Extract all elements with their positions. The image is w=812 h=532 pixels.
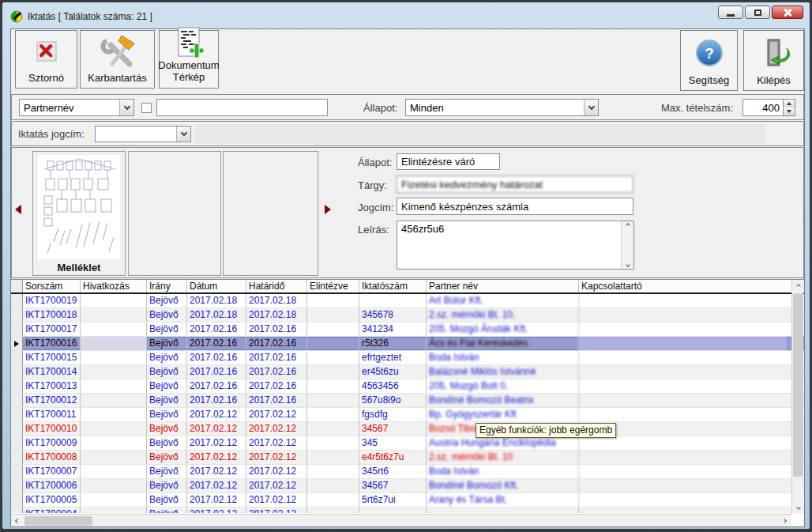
cell-partner[interactable]: 2.sz. mérnöki Bt. 10. bbox=[427, 308, 579, 322]
cell-irany[interactable]: Bejövő bbox=[147, 365, 187, 379]
cell-datum[interactable]: 2017.02.12 bbox=[187, 436, 246, 450]
row-selector[interactable] bbox=[11, 365, 23, 379]
row-selector[interactable] bbox=[11, 479, 23, 492]
table-row[interactable]: IKT1700012Bejövő2017.02.162017.02.16567u… bbox=[11, 394, 804, 408]
cell-iktatoszam[interactable]: r5t326 bbox=[359, 337, 427, 350]
table-row[interactable]: IKT1700019Bejövő2017.02.182017.02.18Art … bbox=[11, 294, 804, 308]
cell-partner[interactable]: Ács és Fiai Kereskedés bbox=[427, 337, 579, 350]
cell-hivatkozas[interactable] bbox=[81, 379, 147, 393]
cell-hivatkozas[interactable] bbox=[81, 436, 147, 450]
cell-irany[interactable]: Bejövő bbox=[147, 408, 187, 421]
cell-hatarido[interactable]: 2017.02.12 bbox=[246, 408, 307, 421]
filter-checkbox[interactable] bbox=[141, 103, 152, 113]
cell-hivatkozas[interactable] bbox=[81, 294, 147, 308]
cell-sorszam[interactable]: IKT1700012 bbox=[23, 394, 81, 407]
title-bar[interactable]: Iktatás [ Találatok száma: 21 ] bbox=[10, 7, 802, 26]
row-selector[interactable] bbox=[11, 308, 23, 322]
cell-hivatkozas[interactable] bbox=[81, 365, 147, 379]
cell-sorszam[interactable]: IKT1700011 bbox=[23, 408, 81, 421]
cell-irany[interactable]: Bejövő bbox=[147, 507, 187, 513]
cell-kapcsolattarto[interactable] bbox=[579, 408, 787, 421]
table-row[interactable]: IKT1700008Bejövő2017.02.122017.02.12e4r5… bbox=[11, 451, 804, 465]
cell-hivatkozas[interactable] bbox=[81, 337, 147, 350]
table-row[interactable]: IKT1700015Bejövő2017.02.162017.02.16efrt… bbox=[11, 351, 804, 365]
cell-elintezve[interactable] bbox=[307, 308, 359, 322]
cell-datum[interactable]: 2017.02.12 bbox=[187, 493, 246, 507]
cell-datum[interactable]: 2017.02.12 bbox=[187, 408, 246, 421]
column-header[interactable]: Hivatkozás bbox=[81, 280, 147, 292]
jogcim-field[interactable] bbox=[397, 198, 633, 215]
cell-elintezve[interactable] bbox=[307, 436, 359, 450]
table-row[interactable]: IKT1700014Bejövő2017.02.162017.02.16er45… bbox=[11, 365, 804, 379]
cell-datum[interactable]: 2017.02.16 bbox=[187, 379, 246, 393]
cell-datum[interactable]: 2017.02.18 bbox=[187, 308, 246, 322]
vertical-scroll-thumb[interactable] bbox=[793, 293, 803, 477]
cell-irany[interactable]: Bejövő bbox=[147, 422, 187, 436]
cell-elintezve[interactable] bbox=[307, 394, 359, 407]
row-selector[interactable] bbox=[11, 379, 23, 393]
cell-hivatkozas[interactable] bbox=[81, 451, 147, 464]
cell-partner[interactable]: 205. Mozgó Árudák Kft. bbox=[427, 323, 579, 336]
cell-datum[interactable]: 2017.02.12 bbox=[187, 451, 246, 464]
cell-elintezve[interactable] bbox=[307, 408, 359, 421]
cell-partner[interactable]: 2.sz. mérnöki Bt. 10 bbox=[427, 451, 579, 464]
cell-elintezve[interactable] bbox=[307, 465, 359, 478]
cell-kapcsolattarto[interactable] bbox=[579, 507, 787, 513]
column-header[interactable]: Kapcsolattartó bbox=[579, 280, 787, 292]
row-selector[interactable] bbox=[11, 493, 23, 507]
cell-iktatoszam[interactable]: 345678 bbox=[359, 308, 427, 322]
vertical-scrollbar[interactable] bbox=[791, 280, 803, 514]
cell-elintezve[interactable] bbox=[307, 422, 359, 436]
row-selector[interactable] bbox=[11, 465, 23, 478]
kilepes-button[interactable]: Kilépés bbox=[743, 30, 804, 91]
cell-hatarido[interactable]: 2017.02.18 bbox=[246, 294, 307, 308]
cell-kapcsolattarto[interactable] bbox=[579, 379, 787, 393]
cell-kapcsolattarto[interactable] bbox=[579, 337, 787, 350]
cell-hatarido[interactable]: 2017.02.16 bbox=[246, 351, 307, 364]
cell-iktatoszam[interactable]: efrtgeztet bbox=[359, 351, 427, 364]
cell-sorszam[interactable]: IKT1700004 bbox=[23, 507, 81, 513]
cell-hatarido[interactable]: 2017.02.12 bbox=[246, 479, 307, 492]
scroll-up-button[interactable] bbox=[792, 280, 804, 292]
cell-hatarido[interactable]: 2017.02.12 bbox=[246, 507, 307, 513]
max-tetelszam-spinner[interactable] bbox=[742, 99, 795, 116]
row-selector[interactable] bbox=[11, 451, 23, 464]
cell-irany[interactable]: Bejövő bbox=[147, 436, 187, 450]
cell-elintezve[interactable] bbox=[307, 493, 359, 507]
cell-hatarido[interactable]: 2017.02.16 bbox=[246, 323, 307, 336]
cell-kapcsolattarto[interactable] bbox=[579, 294, 787, 308]
cell-hatarido[interactable]: 2017.02.18 bbox=[246, 308, 307, 322]
cell-kapcsolattarto[interactable] bbox=[579, 451, 787, 464]
cell-sorszam[interactable]: IKT1700009 bbox=[23, 436, 81, 450]
allapot-select[interactable]: Minden bbox=[405, 99, 599, 116]
column-header[interactable]: Határidő bbox=[246, 280, 307, 292]
attachment-slot-1[interactable]: Melléklet bbox=[32, 151, 126, 276]
cell-hatarido[interactable]: 2017.02.12 bbox=[246, 493, 307, 507]
attachment-slot-3[interactable] bbox=[223, 151, 318, 276]
cell-sorszam[interactable]: IKT1700010 bbox=[23, 422, 81, 436]
column-header[interactable]: Iktatószám bbox=[359, 280, 427, 292]
table-row[interactable]: IKT1700007Bejövő2017.02.122017.02.12345r… bbox=[11, 465, 804, 479]
cell-sorszam[interactable]: IKT1700018 bbox=[23, 308, 81, 322]
cell-partner[interactable]: Boda István bbox=[427, 351, 579, 364]
cell-datum[interactable]: 2017.02.16 bbox=[187, 351, 246, 364]
cell-iktatoszam[interactable]: er45t6zu bbox=[359, 365, 427, 379]
column-header[interactable]: Sorszám bbox=[23, 280, 81, 292]
row-selector[interactable] bbox=[11, 436, 23, 450]
cell-elintezve[interactable] bbox=[307, 507, 359, 513]
cell-irany[interactable]: Bejövő bbox=[147, 479, 187, 492]
cell-irany[interactable]: Bejövő bbox=[147, 323, 187, 336]
cell-partner[interactable]: Bp. Gyógyszertár Kft bbox=[427, 408, 579, 421]
cell-iktatoszam[interactable] bbox=[359, 294, 427, 308]
cell-hivatkozas[interactable] bbox=[81, 479, 147, 492]
cell-sorszam[interactable]: IKT1700015 bbox=[23, 351, 81, 364]
cell-partner[interactable]: Art Bútor Kft. bbox=[427, 294, 579, 308]
cell-partner[interactable]: Bondíné Bomozó Beatrix bbox=[427, 394, 579, 407]
cell-iktatoszam[interactable]: 5rt6z7ui bbox=[359, 493, 427, 507]
cell-hatarido[interactable]: 2017.02.16 bbox=[246, 365, 307, 379]
cell-kapcsolattarto[interactable] bbox=[579, 365, 787, 379]
dropdown-button[interactable] bbox=[584, 100, 598, 115]
table-row[interactable]: IKT1700013Bejövő2017.02.162017.02.164563… bbox=[11, 379, 804, 394]
cell-hatarido[interactable]: 2017.02.16 bbox=[246, 394, 307, 407]
dokumentum-terkep-button[interactable]: DokumentumTérkép bbox=[159, 30, 219, 89]
